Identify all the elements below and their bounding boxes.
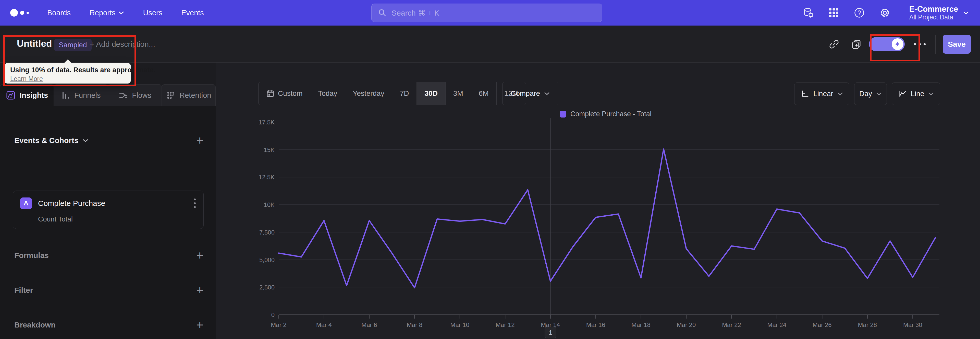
svg-text:Mar 10: Mar 10 bbox=[450, 321, 469, 328]
nav-item-events[interactable]: Events bbox=[181, 9, 204, 17]
report-header: Untitled Sampled + Add description... Sa… bbox=[0, 26, 980, 62]
project-name: E-Commerce bbox=[909, 5, 958, 14]
tab-label: Funnels bbox=[74, 91, 100, 100]
svg-text:5,000: 5,000 bbox=[259, 256, 275, 263]
filter-section: Filter + bbox=[14, 284, 204, 296]
apps-grid-icon[interactable] bbox=[828, 7, 839, 18]
sampling-tooltip: Using 10% of data. Results are approxima… bbox=[5, 63, 130, 83]
chevron-down-icon bbox=[963, 11, 969, 14]
search-placeholder: Search ⌘ + K bbox=[391, 8, 439, 18]
svg-text:2,500: 2,500 bbox=[259, 284, 275, 291]
settings-gear-icon[interactable] bbox=[879, 7, 891, 18]
tab-flows[interactable]: Flows bbox=[108, 84, 162, 106]
add-filter-button[interactable]: + bbox=[196, 284, 204, 296]
svg-text:Mar 28: Mar 28 bbox=[858, 321, 877, 328]
report-tabs: Insights Funnels Flows Retention bbox=[0, 84, 216, 106]
insights-icon bbox=[6, 90, 16, 100]
event-metric[interactable]: Count Total bbox=[38, 215, 73, 223]
svg-text:Mar 8: Mar 8 bbox=[407, 321, 422, 328]
event-kebab-menu-icon[interactable] bbox=[192, 197, 197, 209]
query-builder-sidebar: Insights Funnels Flows Retention Events … bbox=[0, 62, 216, 339]
nav-item-reports[interactable]: Reports bbox=[89, 9, 124, 17]
tab-funnels[interactable]: Funnels bbox=[54, 84, 108, 106]
add-event-button[interactable]: + bbox=[196, 134, 204, 147]
event-row: A Complete Purchase bbox=[20, 197, 197, 209]
add-description[interactable]: + Add description... bbox=[90, 40, 155, 48]
events-cohorts-header: Events & Cohorts + bbox=[14, 134, 204, 147]
mixpanel-app: Boards Reports Users Events Search ⌘ + K… bbox=[0, 0, 980, 339]
sampling-toggle[interactable] bbox=[869, 37, 905, 51]
report-title[interactable]: Untitled bbox=[17, 38, 52, 49]
sampled-badge[interactable]: Sampled bbox=[54, 39, 92, 51]
svg-text:0: 0 bbox=[271, 312, 275, 318]
tooltip-text: Using 10% of data. Results are approxima… bbox=[10, 66, 125, 74]
flows-icon bbox=[118, 90, 128, 100]
report-header-actions: Save bbox=[828, 26, 980, 62]
event-letter-badge: A bbox=[20, 197, 32, 209]
event-name[interactable]: Complete Purchase bbox=[38, 199, 192, 208]
mixpanel-logo-icon[interactable] bbox=[10, 9, 29, 17]
more-options-icon[interactable] bbox=[914, 43, 926, 45]
nav-item-label: Boards bbox=[47, 9, 71, 17]
nav-item-label: Reports bbox=[89, 9, 116, 17]
pagination-page-1[interactable]: 1 bbox=[545, 327, 556, 338]
filter-label: Filter bbox=[14, 286, 33, 294]
funnels-icon bbox=[61, 91, 70, 100]
svg-text:Mar 18: Mar 18 bbox=[632, 321, 651, 328]
svg-text:10K: 10K bbox=[264, 201, 275, 208]
project-scope: All Project Data bbox=[909, 14, 958, 21]
add-formula-button[interactable]: + bbox=[196, 249, 204, 262]
svg-text:Mar 6: Mar 6 bbox=[361, 321, 377, 328]
svg-text:7,500: 7,500 bbox=[259, 229, 275, 236]
svg-text:15K: 15K bbox=[264, 146, 275, 153]
svg-text:Mar 24: Mar 24 bbox=[767, 321, 787, 328]
formulas-section: Formulas + bbox=[14, 249, 204, 262]
event-card[interactable]: A Complete Purchase Count Total bbox=[13, 190, 204, 229]
search-input[interactable]: Search ⌘ + K bbox=[371, 3, 602, 22]
add-breakdown-button[interactable]: + bbox=[196, 319, 204, 331]
tab-retention[interactable]: Retention bbox=[162, 84, 216, 106]
chart-main-area: Custom Today Yesterday 7D 30D 3M 6M 12M … bbox=[216, 62, 980, 339]
line-chart: 02,5005,0007,50010K12.5K15K17.5KMar 2Mar… bbox=[216, 62, 980, 339]
section-title: Events & Cohorts bbox=[14, 136, 79, 145]
tab-label: Flows bbox=[132, 91, 151, 100]
tab-label: Insights bbox=[20, 91, 48, 100]
breakdown-label: Breakdown bbox=[14, 321, 56, 329]
search-icon bbox=[378, 8, 387, 18]
svg-text:Mar 26: Mar 26 bbox=[813, 321, 832, 328]
chevron-down-icon bbox=[118, 11, 124, 14]
breakdown-section: Breakdown + bbox=[14, 319, 204, 331]
svg-text:Mar 16: Mar 16 bbox=[586, 321, 605, 328]
nav-item-users[interactable]: Users bbox=[143, 9, 162, 17]
nav-item-boards[interactable]: Boards bbox=[47, 9, 71, 17]
chevron-down-icon bbox=[83, 139, 88, 142]
svg-text:17.5K: 17.5K bbox=[259, 119, 275, 126]
svg-text:Mar 30: Mar 30 bbox=[903, 321, 922, 328]
project-switcher[interactable]: E-Commerce All Project Data bbox=[909, 5, 969, 21]
builder-panel: Events & Cohorts + A Complete Purchase C… bbox=[0, 106, 216, 339]
help-icon[interactable]: ? bbox=[854, 7, 865, 18]
formulas-label: Formulas bbox=[14, 251, 49, 260]
svg-text:Mar 4: Mar 4 bbox=[316, 321, 332, 328]
toggle-knob bbox=[892, 38, 904, 50]
top-nav: Boards Reports Users Events Search ⌘ + K… bbox=[0, 0, 980, 26]
tab-insights[interactable]: Insights bbox=[0, 84, 54, 106]
svg-text:12.5K: 12.5K bbox=[259, 174, 275, 181]
copy-link-icon[interactable] bbox=[828, 38, 840, 50]
lightning-bolt-icon bbox=[894, 41, 901, 48]
duplicate-icon[interactable] bbox=[851, 38, 862, 50]
events-cohorts-label[interactable]: Events & Cohorts bbox=[14, 136, 88, 145]
nav-right-cluster: ? E-Commerce All Project Data bbox=[803, 0, 980, 26]
data-management-icon[interactable] bbox=[803, 7, 814, 18]
svg-text:Mar 20: Mar 20 bbox=[677, 321, 696, 328]
save-button[interactable]: Save bbox=[943, 35, 971, 54]
nav-item-label: Events bbox=[181, 9, 204, 17]
svg-text:Mar 22: Mar 22 bbox=[722, 321, 741, 328]
svg-text:Mar 2: Mar 2 bbox=[271, 321, 286, 328]
retention-icon bbox=[166, 91, 175, 100]
learn-more-link[interactable]: Learn More bbox=[10, 75, 43, 83]
svg-text:Mar 12: Mar 12 bbox=[496, 321, 515, 328]
nav-item-label: Users bbox=[143, 9, 162, 17]
svg-text:?: ? bbox=[858, 9, 861, 16]
tab-label: Retention bbox=[180, 91, 211, 100]
